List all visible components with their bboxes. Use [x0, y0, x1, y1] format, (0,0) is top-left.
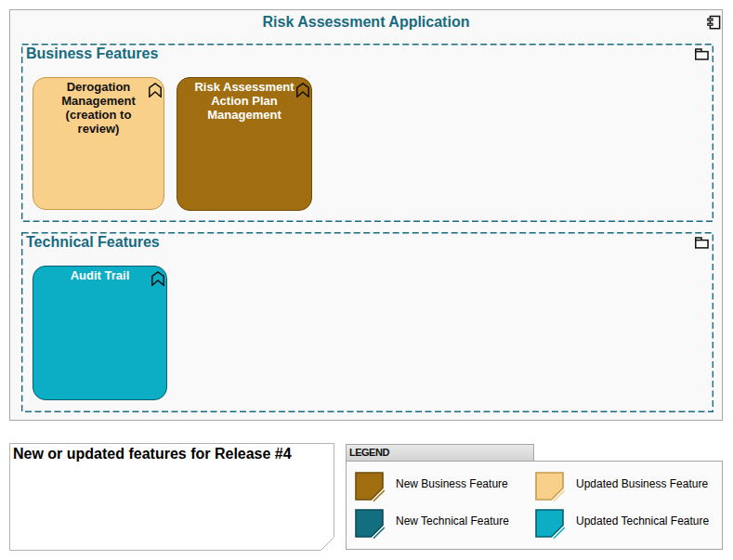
legend-header[interactable]: LEGEND [346, 444, 534, 462]
group-business-label: Business Features [26, 46, 158, 62]
chevron-banner-icon [149, 83, 162, 98]
legend-swatch-updated-technical [535, 509, 569, 543]
chevron-banner-icon [151, 271, 164, 286]
uml-component-icon [705, 15, 721, 30]
folder-icon [695, 237, 709, 249]
legend-label: Updated Business Feature [576, 477, 708, 490]
note[interactable]: New or updated features for Release #4 [9, 443, 334, 551]
note-text: New or updated features for Release #4 [13, 445, 329, 462]
chevron-banner-icon [296, 83, 309, 98]
feature-audit-trail[interactable]: Audit Trail [33, 266, 167, 400]
feature-risk-assessment-action-plan[interactable]: Risk Assessment Action Plan Management [177, 77, 312, 211]
application-container[interactable]: Risk Assessment Application Business Fea… [9, 9, 723, 421]
group-technical-label: Technical Features [26, 234, 160, 251]
legend-swatch-new-business [355, 472, 389, 506]
legend-swatch-new-technical [355, 509, 389, 543]
legend-title: LEGEND [349, 447, 389, 458]
feature-label: Derogation Management (creation to revie… [33, 80, 164, 136]
legend-label: New Technical Feature [396, 514, 509, 527]
legend-body[interactable]: New Business Feature Updated Business Fe… [346, 461, 723, 550]
folder-icon [695, 48, 709, 60]
feature-label: Audit Trail [33, 268, 166, 282]
legend-swatch-updated-business [535, 472, 569, 506]
legend-label: New Business Feature [396, 477, 508, 490]
group-business-features[interactable]: Business Features Derogation Management … [21, 44, 713, 222]
feature-derogation-management[interactable]: Derogation Management (creation to revie… [33, 77, 164, 210]
feature-label: Risk Assessment Action Plan Management [177, 80, 311, 122]
diagram-title: Risk Assessment Application [10, 14, 722, 31]
group-technical-features[interactable]: Technical Features Audit Trail [21, 232, 713, 412]
legend-label: Updated Technical Feature [576, 514, 709, 527]
